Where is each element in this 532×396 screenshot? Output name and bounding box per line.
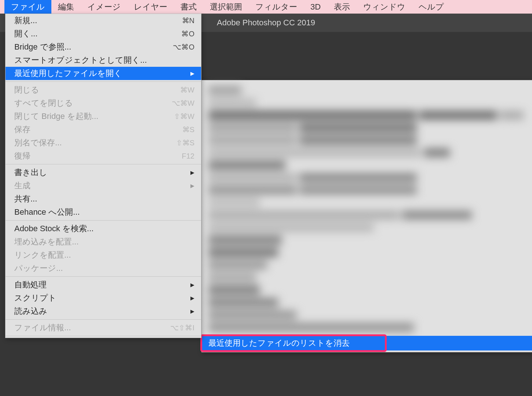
- clear-recent-files-item[interactable]: 最近使用したファイルのリストを消去: [202, 336, 532, 350]
- menu-item[interactable]: スクリプト▶: [6, 291, 201, 305]
- recent-files-submenu: 最近使用したファイルのリストを消去: [201, 80, 532, 352]
- menu-item-label: 新規...: [14, 15, 175, 26]
- menu-separator: [6, 220, 201, 221]
- recent-file-item[interactable]: [208, 259, 526, 271]
- menu-separator: [6, 164, 201, 164]
- menu-item[interactable]: 共有...: [6, 192, 201, 206]
- submenu-arrow-icon: ▶: [190, 282, 194, 288]
- menu-item: 別名で保存...⇧⌘S: [6, 136, 201, 149]
- recent-file-item[interactable]: [208, 221, 526, 234]
- menu-item-label: パッケージ...: [14, 263, 194, 274]
- recent-file-item[interactable]: [208, 109, 526, 121]
- menu-item-label: すべてを閉じる: [14, 98, 164, 109]
- menu-item: リンクを配置...: [6, 248, 201, 262]
- menu-item: 埋め込みを配置...: [6, 235, 201, 248]
- menu-item-label: 保存: [14, 124, 175, 135]
- submenu-arrow-icon: ▶: [190, 295, 194, 301]
- menu-item-label: 最近使用したファイルを開く: [14, 68, 185, 79]
- recent-file-item[interactable]: [208, 246, 526, 259]
- menu-window[interactable]: ウィンドウ: [357, 0, 412, 14]
- menu-shortcut: ⌘O: [181, 29, 194, 38]
- menu-filter[interactable]: フィルター: [249, 0, 304, 14]
- menu-shortcut: ⌘N: [182, 16, 194, 25]
- menu-separator: [6, 336, 201, 336]
- menu-shortcut: ⌥⌘W: [172, 99, 194, 108]
- submenu-arrow-icon: ▶: [190, 308, 194, 314]
- recent-file-item[interactable]: [208, 309, 526, 321]
- menu-shortcut: F12: [182, 152, 194, 160]
- menu-item[interactable]: 書き出し▶: [6, 166, 201, 179]
- menu-item-label: 埋め込みを配置...: [14, 236, 194, 247]
- menu-item-label: 閉じて Bridge を起動...: [14, 111, 167, 122]
- menu-item-label: 書き出し: [14, 167, 185, 178]
- recent-file-item[interactable]: [208, 284, 526, 296]
- menu-3d[interactable]: 3D: [304, 0, 327, 14]
- menu-item: ファイル情報...⌥⇧⌘I: [6, 321, 201, 334]
- menu-item: 閉じて Bridge を起動...⇧⌘W: [6, 110, 201, 123]
- menu-shortcut: ⌥⇧⌘I: [170, 323, 194, 332]
- menu-type[interactable]: 書式: [174, 0, 203, 14]
- submenu-arrow-icon: ▶: [190, 170, 194, 175]
- recent-file-item[interactable]: [208, 159, 526, 171]
- menu-separator: [6, 319, 201, 320]
- menu-item-label: 閉じる: [14, 84, 173, 95]
- menu-item[interactable]: Adobe Stock を検索...: [6, 222, 201, 235]
- menu-select[interactable]: 選択範囲: [203, 0, 249, 14]
- menu-file[interactable]: ファイル: [4, 0, 51, 14]
- menu-item-label: Behance へ公開...: [14, 207, 194, 218]
- menu-item: 閉じる⌘W: [6, 83, 201, 97]
- menu-shortcut: ⌘W: [180, 86, 194, 94]
- recent-file-item[interactable]: [208, 134, 526, 146]
- menu-item[interactable]: 開く...⌘O: [6, 27, 201, 40]
- recent-file-item[interactable]: [208, 146, 526, 159]
- menu-item-label: 共有...: [14, 193, 194, 204]
- recent-file-item[interactable]: [208, 97, 526, 109]
- recent-file-item[interactable]: [208, 184, 526, 196]
- app-title: Adobe Photoshop CC 2019: [217, 18, 315, 28]
- submenu-arrow-icon: ▶: [190, 70, 194, 76]
- menu-item-label: スクリプト: [14, 293, 185, 304]
- recent-files-list: [202, 83, 532, 336]
- menu-item[interactable]: 新規...⌘N: [6, 14, 201, 27]
- menu-item: 復帰F12: [6, 149, 201, 163]
- menu-help[interactable]: ヘルプ: [412, 0, 451, 14]
- menu-image[interactable]: イメージ: [81, 0, 127, 14]
- menu-shortcut: ⌘S: [182, 125, 194, 134]
- menu-item: すべてを閉じる⌥⌘W: [6, 97, 201, 110]
- recent-file-item[interactable]: [208, 209, 526, 221]
- menu-item-label: ファイル情報...: [14, 322, 163, 333]
- recent-file-item[interactable]: [208, 196, 526, 209]
- recent-file-item[interactable]: [208, 84, 526, 97]
- menu-item-label: 開く...: [14, 28, 174, 39]
- menu-item[interactable]: 読み込み▶: [6, 305, 201, 318]
- menu-item-label: スマートオブジェクトとして開く...: [14, 55, 194, 66]
- recent-file-item[interactable]: [208, 171, 526, 184]
- menu-item[interactable]: スマートオブジェクトとして開く...: [6, 54, 201, 67]
- menubar: ファイル 編集 イメージ レイヤー 書式 選択範囲 フィルター 3D 表示 ウィ…: [0, 0, 532, 14]
- recent-file-item[interactable]: [208, 296, 526, 309]
- file-dropdown-menu: 新規...⌘N開く...⌘OBridge で参照...⌥⌘Oスマートオブジェクト…: [5, 14, 201, 338]
- menu-separator: [6, 81, 201, 82]
- menu-item-label: リンクを配置...: [14, 250, 194, 261]
- menu-item-label: 復帰: [14, 150, 175, 161]
- recent-file-item[interactable]: [208, 321, 526, 334]
- menu-item: パッケージ...: [6, 262, 201, 275]
- menu-layer[interactable]: レイヤー: [127, 0, 174, 14]
- menu-item[interactable]: 自動処理▶: [6, 278, 201, 291]
- menu-edit[interactable]: 編集: [51, 0, 81, 14]
- menu-shortcut: ⇧⌘S: [176, 138, 194, 147]
- menu-item-label: 自動処理: [14, 279, 185, 290]
- menu-item[interactable]: Behance へ公開...: [6, 206, 201, 219]
- menu-shortcut: ⇧⌘W: [174, 112, 194, 121]
- menu-item[interactable]: 最近使用したファイルを開く▶: [6, 67, 201, 80]
- menu-view[interactable]: 表示: [327, 0, 357, 14]
- menu-item: 生成▶: [6, 179, 201, 192]
- menu-item-label: 読み込み: [14, 306, 185, 317]
- recent-file-item[interactable]: [208, 234, 526, 246]
- menu-item-label: Bridge で参照...: [14, 41, 165, 52]
- recent-file-item[interactable]: [208, 121, 526, 134]
- recent-file-item[interactable]: [208, 271, 526, 284]
- menu-item[interactable]: Bridge で参照...⌥⌘O: [6, 40, 201, 54]
- menu-item-label: 別名で保存...: [14, 137, 169, 148]
- menu-shortcut: ⌥⌘O: [173, 43, 194, 51]
